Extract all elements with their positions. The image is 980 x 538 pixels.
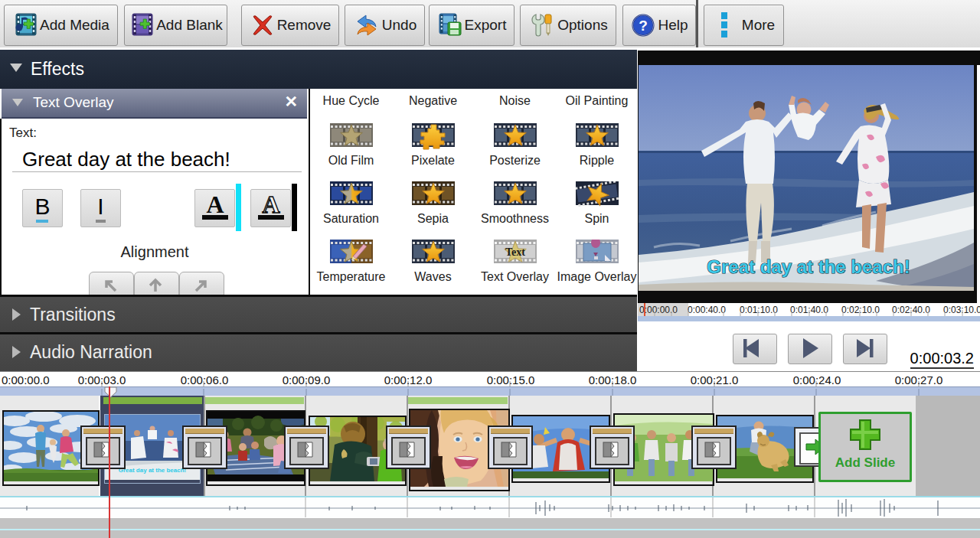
- svg-text:A: A: [262, 193, 279, 218]
- svg-text:Text: Text: [505, 246, 525, 258]
- svg-text:Great day at the beach!: Great day at the beach!: [707, 256, 910, 277]
- svg-text:Great day at the beach!: Great day at the beach!: [119, 467, 186, 474]
- svg-text:A: A: [206, 193, 224, 218]
- svg-text:?: ?: [639, 18, 648, 34]
